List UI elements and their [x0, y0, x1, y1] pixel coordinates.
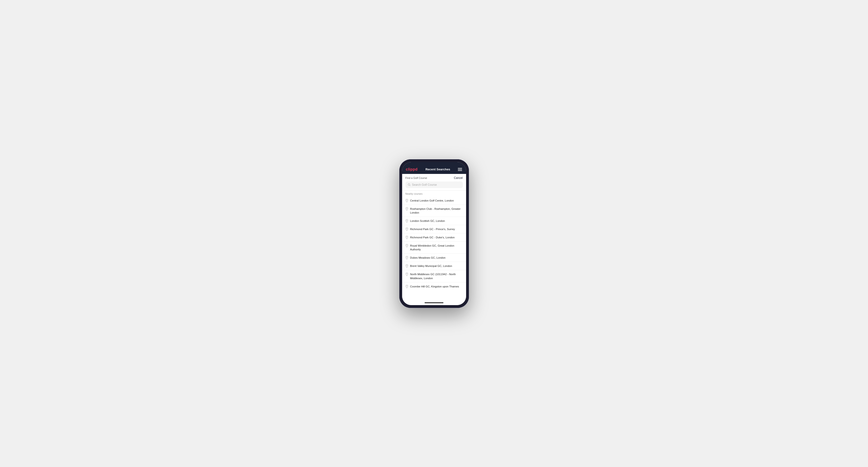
svg-point-7: [406, 245, 407, 245]
course-item-10[interactable]: Coombe Hill GC, Kingston upon Thames: [402, 282, 466, 290]
course-item-4[interactable]: Richmond Park GC - Prince's, Surrey: [402, 225, 466, 234]
phone-device: clippd Recent Searches Find a Golf Cours…: [399, 159, 469, 308]
course-name-7: Dukes Meadows GC, London: [410, 256, 445, 259]
pin-icon-2: [405, 207, 408, 211]
hamburger-line-1: [458, 168, 462, 168]
search-input-container[interactable]: Search Golf Course: [405, 182, 463, 188]
course-name-10: Coombe Hill GC, Kingston upon Thames: [410, 285, 459, 288]
pin-icon-9: [405, 273, 408, 276]
course-name-6: Royal Wimbledon GC, Great London Authori…: [410, 244, 463, 251]
course-item-1[interactable]: Central London Golf Centre, London: [402, 196, 466, 205]
svg-point-9: [406, 265, 407, 266]
status-bar: [402, 162, 466, 165]
pin-icon-7: [405, 256, 408, 259]
svg-point-11: [406, 285, 407, 286]
svg-point-5: [406, 228, 407, 229]
course-item-7[interactable]: Dukes Meadows GC, London: [402, 254, 466, 262]
course-item-2[interactable]: Roehampton Club - Roehampton, Greater Lo…: [402, 205, 466, 217]
app-header: clippd Recent Searches: [402, 165, 466, 174]
pin-icon-6: [405, 244, 408, 247]
home-indicator-area: [402, 301, 466, 305]
course-name-3: London Scottish GC, London: [410, 219, 445, 223]
pin-icon-3: [405, 219, 408, 222]
search-section: Find a Golf Course Cancel Search Golf Co…: [402, 174, 466, 191]
course-name-2: Roehampton Club - Roehampton, Greater Lo…: [410, 207, 463, 215]
page-title: Recent Searches: [426, 167, 450, 171]
svg-line-1: [409, 185, 410, 186]
find-golf-label: Find a Golf Course: [405, 177, 427, 179]
svg-point-4: [406, 220, 407, 221]
svg-point-6: [406, 237, 407, 237]
home-indicator: [425, 302, 443, 303]
course-item-6[interactable]: Royal Wimbledon GC, Great London Authori…: [402, 242, 466, 254]
pin-icon-1: [405, 199, 408, 202]
menu-icon[interactable]: [458, 168, 462, 171]
course-item-9[interactable]: North Middlesex GC (1011942 - North Midd…: [402, 270, 466, 282]
course-name-4: Richmond Park GC - Prince's, Surrey: [410, 227, 455, 231]
course-item-5[interactable]: Richmond Park GC - Duke's, London: [402, 234, 466, 242]
phone-screen: clippd Recent Searches Find a Golf Cours…: [402, 162, 466, 305]
course-item-3[interactable]: London Scottish GC, London: [402, 217, 466, 225]
course-name-5: Richmond Park GC - Duke's, London: [410, 236, 455, 239]
svg-point-8: [406, 257, 407, 257]
cancel-button[interactable]: Cancel: [454, 176, 463, 180]
course-item-8[interactable]: Brent Valley Municipal GC, London: [402, 262, 466, 270]
pin-icon-10: [405, 285, 408, 288]
course-name-1: Central London Golf Centre, London: [410, 199, 454, 203]
nearby-courses-label: Nearby courses: [402, 191, 466, 196]
app-logo: clippd: [406, 167, 418, 172]
svg-point-3: [406, 208, 407, 209]
course-name-8: Brent Valley Municipal GC, London: [410, 264, 452, 268]
hamburger-line-2: [458, 169, 462, 170]
find-golf-row: Find a Golf Course Cancel: [405, 176, 463, 180]
pin-icon-5: [405, 236, 408, 239]
hamburger-line-3: [458, 170, 462, 171]
svg-point-2: [406, 199, 407, 200]
search-placeholder: Search Golf Course: [412, 183, 437, 186]
svg-point-10: [406, 274, 407, 274]
pin-icon-4: [405, 227, 408, 231]
pin-icon-8: [405, 264, 408, 268]
course-name-9: North Middlesex GC (1011942 - North Midd…: [410, 272, 463, 280]
search-icon: [408, 183, 411, 186]
courses-section: Nearby courses Central London Golf Centr…: [402, 191, 466, 301]
